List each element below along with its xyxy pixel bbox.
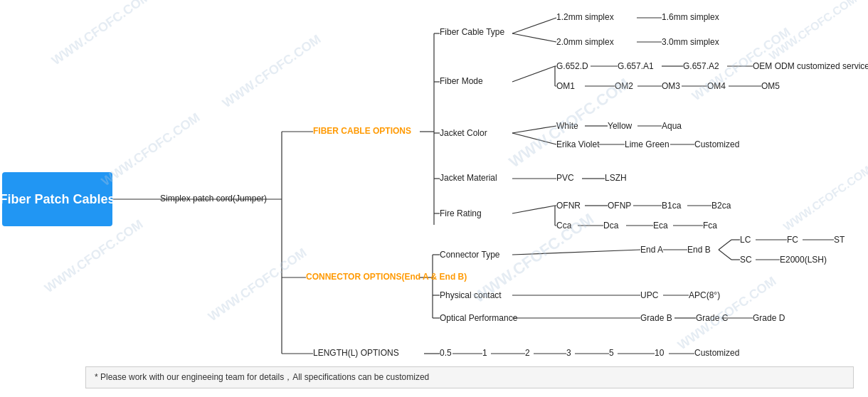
cca-node: Cca [556, 221, 571, 231]
svg-line-14 [512, 33, 556, 42]
lc-node: LC [740, 235, 751, 245]
st-node: ST [834, 235, 845, 245]
grade-d-node: Grade D [753, 313, 785, 323]
watermark: WWW.CFOFC.COM [206, 245, 309, 324]
ofnp-node: OFNP [608, 201, 631, 211]
watermark: WWW.CFOFC.COM [781, 164, 868, 233]
aqua-node: Aqua [662, 121, 682, 131]
simplex-3-0-node: 3.0mm simplex [662, 37, 719, 47]
svg-line-13 [512, 18, 556, 33]
len-1-node: 1 [482, 348, 487, 358]
om2-node: OM2 [615, 81, 633, 91]
length-options-node: LENGTH(L) OPTIONS [313, 348, 399, 358]
ofnr-node: OFNR [556, 201, 581, 211]
fc-node: FC [787, 235, 798, 245]
oem-odm-node: OEM ODM customized services [753, 61, 868, 71]
lszh-node: LSZH [605, 173, 627, 183]
physical-contact-node: Physical contact [440, 290, 502, 300]
svg-line-18 [512, 66, 555, 82]
connector-type-node: Connector Type [440, 250, 500, 260]
connector-options-node: CONNECTOR OPTIONS(End A & End B) [306, 272, 467, 282]
white-node: White [556, 121, 578, 131]
g657a1-node: G.657.A1 [618, 61, 654, 71]
fiber-mode-node: Fiber Mode [440, 76, 483, 86]
g657a2-node: G.657.A2 [683, 61, 719, 71]
fire-rating-node: Fire Rating [440, 208, 482, 218]
fiber-cable-type-node: Fiber Cable Type [440, 27, 504, 37]
grade-b-node: Grade B [640, 313, 672, 323]
end-a-node: End A [640, 245, 663, 255]
fca-node: Fca [703, 221, 717, 231]
simplex-node: Simplex patch cord(Jumper) [160, 194, 267, 203]
note-bar: * Please work with our engineeing team f… [85, 366, 854, 388]
tree-lines [0, 0, 868, 397]
yellow-node: Yellow [608, 121, 632, 131]
lime-node: Lime Green [625, 139, 669, 149]
fiber-cable-options-node: FIBER CABLE OPTIONS [313, 126, 411, 136]
len-10-node: 10 [655, 348, 664, 358]
om5-node: OM5 [761, 81, 780, 91]
jacket-color-node: Jacket Color [440, 128, 487, 138]
watermark: WWW.CFOFC.COM [220, 32, 324, 111]
om4-node: OM4 [707, 81, 726, 91]
grade-c-node: Grade C [696, 313, 728, 323]
watermark: WWW.CFOFC.COM [767, 0, 859, 63]
erika-node: Erika Violet [556, 139, 599, 149]
b1ca-node: B1ca [662, 201, 681, 211]
diagram-container: WWW.CFOFC.COM WWW.CFOFC.COM WWW.CFOFC.CO… [0, 0, 868, 397]
dca-node: Dca [603, 221, 618, 231]
len-5-node: 5 [609, 348, 614, 358]
watermark: WWW.CFOFC.COM [99, 110, 203, 189]
sc-node: SC [740, 255, 752, 265]
g652d-node: G.652.D [556, 61, 588, 71]
svg-line-55 [719, 250, 731, 260]
svg-line-28 [512, 126, 556, 133]
om3-node: OM3 [662, 81, 680, 91]
len-3-node: 3 [566, 348, 571, 358]
svg-line-51 [512, 250, 640, 255]
end-b-node: End B [687, 245, 711, 255]
svg-line-29 [512, 133, 556, 144]
optical-performance-node: Optical Performance [440, 313, 517, 323]
simplex-1-6-node: 1.6mm simplex [662, 12, 719, 22]
watermark: WWW.CFOFC.COM [42, 217, 146, 296]
customized-color-node: Customized [694, 139, 739, 149]
b2ca-node: B2ca [711, 201, 731, 211]
svg-line-53 [719, 240, 731, 250]
pvc-node: PVC [556, 173, 574, 183]
simplex-1-2-node: 1.2mm simplex [556, 12, 614, 22]
watermark: WWW.CFOFC.COM [49, 0, 153, 68]
om1-node: OM1 [556, 81, 575, 91]
len-05-node: 0.5 [440, 348, 452, 358]
len-custom-node: Customized [694, 348, 739, 358]
len-2-node: 2 [525, 348, 530, 358]
svg-line-37 [512, 206, 555, 213]
root-node: Fiber Patch Cables [2, 172, 112, 226]
eca-node: Eca [653, 221, 668, 231]
jacket-material-node: Jacket Material [440, 173, 497, 183]
apc-node: APC(8°) [689, 290, 720, 300]
simplex-2-0-node: 2.0mm simplex [556, 37, 614, 47]
upc-node: UPC [640, 290, 658, 300]
e2000-node: E2000(LSH) [780, 255, 827, 265]
